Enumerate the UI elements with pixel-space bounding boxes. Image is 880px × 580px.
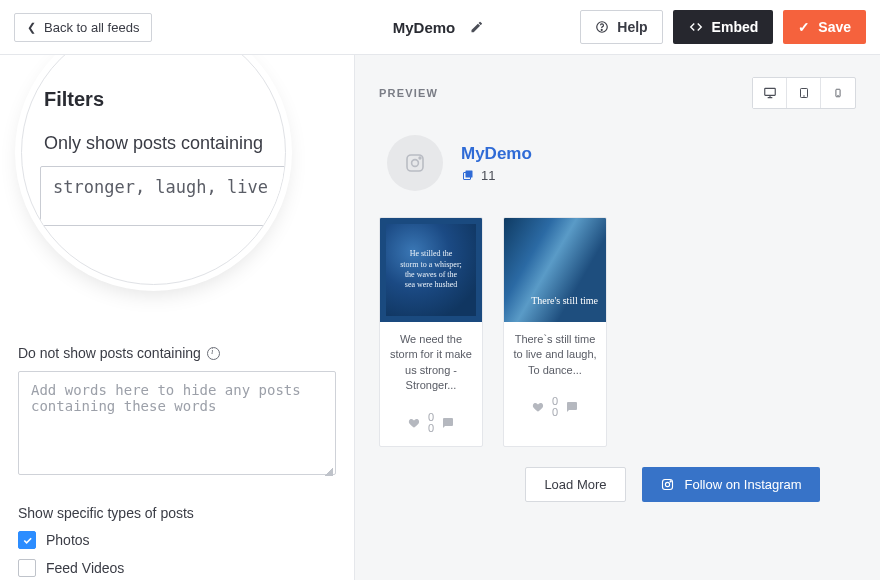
profile-row: MyDemo 11 bbox=[379, 135, 856, 191]
comment-icon bbox=[566, 401, 578, 413]
svg-rect-10 bbox=[466, 171, 473, 178]
check-icon: ✓ bbox=[798, 19, 810, 35]
svg-rect-2 bbox=[764, 88, 775, 95]
exclude-label: Do not show posts containing bbox=[18, 345, 336, 361]
likes-count: 00 bbox=[552, 396, 558, 418]
profile-count: 11 bbox=[461, 168, 532, 183]
svg-point-8 bbox=[412, 160, 419, 167]
back-label: Back to all feeds bbox=[44, 20, 139, 35]
embed-button[interactable]: Embed bbox=[673, 10, 774, 44]
device-toggle bbox=[752, 77, 856, 109]
type-label: Feed Videos bbox=[46, 560, 124, 576]
device-desktop[interactable] bbox=[753, 78, 787, 108]
load-more-button[interactable]: Load More bbox=[525, 467, 625, 502]
posts-grid: He stilled the storm to a whisper; the w… bbox=[379, 217, 856, 447]
page-title: MyDemo bbox=[393, 19, 456, 36]
feed-card: MyDemo 11 He stilled the storm to a whis… bbox=[379, 135, 856, 502]
post-caption: There`s still time to live and laugh, To… bbox=[504, 322, 606, 390]
post-thumbnail bbox=[504, 218, 606, 322]
device-mobile[interactable] bbox=[821, 78, 855, 108]
code-icon bbox=[688, 20, 704, 34]
topbar: ❮ Back to all feeds MyDemo Help Embed ✓ … bbox=[0, 0, 880, 55]
gallery-icon bbox=[461, 169, 475, 181]
svg-point-9 bbox=[419, 157, 421, 159]
magnifier-lens-wrap: Back to all feed Filters Only show posts… bbox=[18, 55, 336, 275]
comment-icon bbox=[442, 417, 454, 429]
avatar bbox=[387, 135, 443, 191]
svg-point-1 bbox=[602, 29, 603, 30]
svg-point-4 bbox=[803, 96, 804, 97]
magnifier-lens: Back to all feed Filters Only show posts… bbox=[21, 55, 286, 285]
help-button[interactable]: Help bbox=[580, 10, 662, 44]
tablet-icon bbox=[798, 86, 810, 100]
page-title-area: MyDemo bbox=[393, 16, 488, 38]
pencil-icon bbox=[469, 20, 483, 34]
save-button[interactable]: ✓ Save bbox=[783, 10, 866, 44]
svg-point-6 bbox=[838, 95, 839, 96]
only-show-input[interactable] bbox=[40, 166, 286, 226]
svg-point-14 bbox=[670, 480, 671, 481]
post-card[interactable]: There`s still time to live and laugh, To… bbox=[503, 217, 607, 447]
type-option[interactable]: Photos bbox=[18, 531, 336, 549]
desktop-icon bbox=[762, 86, 778, 100]
lens-textarea-edge bbox=[273, 97, 286, 227]
type-label: Photos bbox=[46, 532, 90, 548]
preview-label: PREVIEW bbox=[379, 87, 438, 99]
checkbox[interactable] bbox=[18, 559, 36, 577]
types-header: Show specific types of posts bbox=[18, 505, 336, 521]
preview-panel: PREVIEW MyDemo bbox=[355, 55, 880, 580]
back-button[interactable]: ❮ Back to all feeds bbox=[14, 13, 152, 42]
post-caption: We need the storm for it make us strong … bbox=[380, 322, 482, 406]
likes-count: 00 bbox=[428, 412, 434, 434]
main: Back to all feed Filters Only show posts… bbox=[0, 55, 880, 580]
question-icon bbox=[595, 20, 609, 34]
settings-sidebar: Back to all feed Filters Only show posts… bbox=[0, 55, 355, 580]
profile-name[interactable]: MyDemo bbox=[461, 144, 532, 164]
feed-actions: Load More Follow on Instagram bbox=[379, 467, 856, 502]
topbar-actions: Help Embed ✓ Save bbox=[580, 10, 866, 44]
follow-instagram-button[interactable]: Follow on Instagram bbox=[642, 467, 820, 502]
types-list: PhotosFeed VideosReels bbox=[18, 531, 336, 580]
mobile-icon bbox=[833, 86, 843, 100]
post-engagement: 00 bbox=[380, 406, 482, 446]
info-icon[interactable] bbox=[207, 347, 220, 360]
chevron-left-icon: ❮ bbox=[27, 21, 36, 34]
heart-icon bbox=[532, 401, 544, 413]
exclude-input[interactable] bbox=[18, 371, 336, 475]
svg-point-13 bbox=[665, 482, 669, 486]
type-option[interactable]: Feed Videos bbox=[18, 559, 336, 577]
heart-icon bbox=[408, 417, 420, 429]
instagram-icon bbox=[660, 477, 675, 492]
preview-head: PREVIEW bbox=[379, 77, 856, 109]
checkbox[interactable] bbox=[18, 531, 36, 549]
post-thumbnail: He stilled the storm to a whisper; the w… bbox=[380, 218, 482, 322]
device-tablet[interactable] bbox=[787, 78, 821, 108]
edit-title-button[interactable] bbox=[465, 16, 487, 38]
lens-filters-heading: Filters bbox=[44, 88, 275, 111]
profile-info: MyDemo 11 bbox=[461, 144, 532, 183]
lens-only-show-label: Only show posts containing bbox=[44, 133, 275, 154]
post-engagement: 00 bbox=[504, 390, 606, 430]
instagram-icon bbox=[403, 151, 427, 175]
post-card[interactable]: He stilled the storm to a whisper; the w… bbox=[379, 217, 483, 447]
